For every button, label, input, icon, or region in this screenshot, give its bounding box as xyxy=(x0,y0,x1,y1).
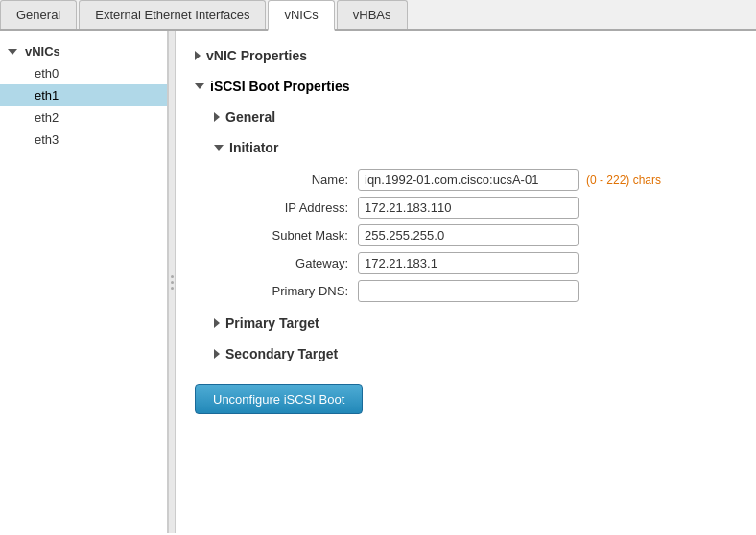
sidebar-item-eth3[interactable]: eth3 xyxy=(0,128,167,151)
tab-vnics[interactable]: vNICs xyxy=(268,0,334,31)
label-name: Name: xyxy=(233,173,358,187)
sidebar-item-eth2[interactable]: eth2 xyxy=(0,106,167,128)
iscsi-subsection: General Initiator Name: (0 - 222) chars … xyxy=(214,102,737,369)
primary-target-label: Primary Target xyxy=(225,315,319,331)
field-gateway: Gateway: xyxy=(233,252,737,274)
iscsi-boot-label: iSCSI Boot Properties xyxy=(210,79,349,94)
resize-dots xyxy=(171,275,174,290)
sidebar-item-eth1[interactable]: eth1 xyxy=(0,84,167,106)
tab-bar: General External Ethernet Interfaces vNI… xyxy=(0,0,756,31)
main-layout: vNICs eth0 eth1 eth2 eth3 vNIC Propertie… xyxy=(0,31,756,533)
field-subnet-mask: Subnet Mask: xyxy=(233,224,737,246)
initiator-label: Initiator xyxy=(229,140,278,155)
sidebar: vNICs eth0 eth1 eth2 eth3 xyxy=(0,31,168,533)
label-ip-address: IP Address: xyxy=(233,200,358,215)
field-primary-dns: Primary DNS: xyxy=(233,280,737,302)
general-header[interactable]: General xyxy=(214,102,737,132)
hint-name: (0 - 222) chars xyxy=(586,174,661,187)
primary-target-header[interactable]: Primary Target xyxy=(214,308,737,338)
resize-handle[interactable] xyxy=(168,31,176,533)
input-ip-address[interactable] xyxy=(358,197,579,219)
resize-dot xyxy=(171,275,174,278)
button-area: Unconfigure iSCSI Boot xyxy=(195,369,737,414)
vnic-properties-header[interactable]: vNIC Properties xyxy=(195,40,737,71)
field-ip-address: IP Address: xyxy=(233,197,737,219)
label-primary-dns: Primary DNS: xyxy=(233,284,358,298)
primary-target-arrow xyxy=(214,318,220,328)
initiator-header[interactable]: Initiator xyxy=(214,132,737,163)
sidebar-section-vnics[interactable]: vNICs xyxy=(0,40,167,62)
secondary-target-arrow xyxy=(214,349,220,359)
sidebar-item-eth0[interactable]: eth0 xyxy=(0,62,167,84)
vnics-collapse-icon xyxy=(8,49,17,55)
iscsi-boot-header[interactable]: iSCSI Boot Properties xyxy=(195,71,737,102)
initiator-arrow xyxy=(214,145,224,151)
secondary-target-header[interactable]: Secondary Target xyxy=(214,338,737,369)
resize-dot xyxy=(171,281,174,284)
vnic-properties-arrow xyxy=(195,51,201,60)
iscsi-boot-arrow xyxy=(195,83,204,89)
tab-general[interactable]: General xyxy=(0,0,77,29)
sidebar-section-label: vNICs xyxy=(25,44,60,58)
tab-external-ethernet[interactable]: External Ethernet Interfaces xyxy=(79,0,266,29)
tab-vhbas[interactable]: vHBAs xyxy=(337,0,408,29)
general-label: General xyxy=(225,109,275,125)
content-area: vNIC Properties iSCSI Boot Properties Ge… xyxy=(176,31,756,533)
vnic-properties-label: vNIC Properties xyxy=(206,48,307,63)
field-name: Name: (0 - 222) chars xyxy=(233,169,737,191)
input-name[interactable] xyxy=(358,169,579,191)
input-gateway[interactable] xyxy=(358,252,579,274)
initiator-fields: Name: (0 - 222) chars IP Address: Subnet… xyxy=(233,169,737,302)
secondary-target-label: Secondary Target xyxy=(225,346,338,361)
input-primary-dns[interactable] xyxy=(358,280,579,302)
resize-dot xyxy=(171,287,174,290)
label-gateway: Gateway: xyxy=(233,256,358,270)
label-subnet-mask: Subnet Mask: xyxy=(233,228,358,243)
general-arrow xyxy=(214,112,220,122)
input-subnet-mask[interactable] xyxy=(358,224,579,246)
unconfigure-iscsi-button[interactable]: Unconfigure iSCSI Boot xyxy=(195,384,363,414)
